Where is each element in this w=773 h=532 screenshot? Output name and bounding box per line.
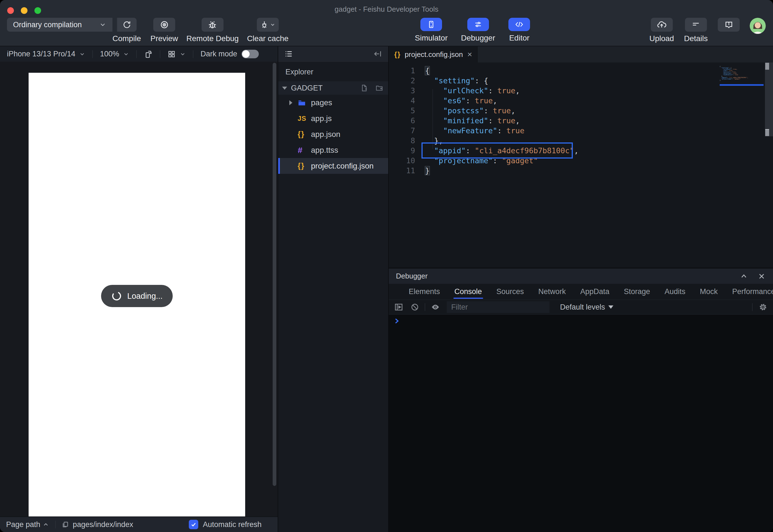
debugger-tabbar: ElementsConsoleSourcesNetworkAppDataStor… xyxy=(389,284,773,300)
line-number: 4 xyxy=(389,96,415,106)
scrollbar-thumb[interactable] xyxy=(765,63,769,70)
line-number: 10 xyxy=(389,156,415,166)
dark-mode-toggle[interactable] xyxy=(242,50,259,58)
close-tab-icon[interactable]: × xyxy=(467,50,472,59)
debugger-tab-mock[interactable]: Mock xyxy=(692,284,725,300)
rotate-device-icon[interactable] xyxy=(144,50,153,59)
debugger-tab-elements[interactable]: Elements xyxy=(401,284,447,300)
console-prompt-icon xyxy=(393,317,400,325)
line-number: 3 xyxy=(389,86,415,96)
debugger-tab-storage[interactable]: Storage xyxy=(617,284,657,300)
debugger-tab-network[interactable]: Network xyxy=(531,284,573,300)
minimap[interactable]: {"setting": {"urlCheck": true,"es6": tru… xyxy=(720,63,764,89)
simulator-scrollbar[interactable] xyxy=(273,63,276,486)
collapse-panel-icon[interactable] xyxy=(373,49,382,58)
editor-label: Editor xyxy=(509,34,529,42)
file-row-app-json[interactable]: { }app.json xyxy=(278,126,388,142)
layout-grid-select[interactable] xyxy=(167,50,186,58)
scrollbar-thumb-secondary[interactable] xyxy=(765,129,769,136)
file-list-icon[interactable] xyxy=(284,49,293,58)
simulator-button[interactable] xyxy=(420,18,442,31)
page-path-label[interactable]: Page path xyxy=(6,520,40,529)
simulator-statusbar: Page path pages/index/index Automatic re… xyxy=(0,516,278,532)
log-levels-select[interactable]: Default levels xyxy=(560,303,613,312)
debugger-button[interactable] xyxy=(467,18,489,31)
collapse-debugger-icon[interactable] xyxy=(740,272,748,280)
json-file-icon: { } xyxy=(298,130,304,139)
file-row-pages[interactable]: pages xyxy=(278,95,388,111)
main-toolbar: Ordinary compilation Compile Preview xyxy=(0,16,773,46)
code-line-text: "newFeature": true xyxy=(425,126,524,136)
details-button[interactable] xyxy=(685,18,707,32)
upload-button[interactable] xyxy=(651,18,673,32)
spinner-icon xyxy=(111,290,122,302)
debugger-panel: Debugger ElementsConsoleSourcesNetworkAp… xyxy=(389,268,773,532)
close-debugger-icon[interactable] xyxy=(757,272,766,280)
minimap-current-line xyxy=(720,84,764,86)
editor-tab[interactable]: { } project.config.json × xyxy=(389,46,478,62)
code-line-text: "urlCheck": true, xyxy=(425,86,520,96)
selection-highlight xyxy=(421,142,573,159)
compile-button[interactable] xyxy=(117,18,137,32)
debugger-tab-sources[interactable]: Sources xyxy=(489,284,531,300)
settings-gear-icon[interactable] xyxy=(759,303,767,312)
auto-refresh-checkbox[interactable] xyxy=(189,520,198,529)
debugger-tab-audits[interactable]: Audits xyxy=(657,284,692,300)
caret-down-icon xyxy=(282,87,287,90)
avatar-image xyxy=(750,18,766,34)
zoom-select[interactable]: 100% xyxy=(100,50,129,58)
debugger-tab-console[interactable]: Console xyxy=(447,284,489,300)
chevron-up-icon[interactable] xyxy=(42,521,49,528)
file-row-app-js[interactable]: JSapp.js xyxy=(278,111,388,126)
line-number: 11 xyxy=(389,166,415,176)
check-icon xyxy=(190,521,197,528)
editor-button[interactable] xyxy=(508,18,530,31)
remote-debug-button[interactable] xyxy=(202,18,224,32)
clear-cache-label: Clear cache xyxy=(247,34,288,43)
code-editor: { } project.config.json × 1{2"setting": … xyxy=(389,46,773,268)
project-root-row[interactable]: GADGET xyxy=(278,81,388,95)
compile-mode-value: Ordinary compilation xyxy=(13,21,82,29)
file-row-project-config-json[interactable]: { }project.config.json xyxy=(278,158,388,174)
editor-tabbar: { } project.config.json × xyxy=(389,46,773,62)
console-filter-input[interactable] xyxy=(447,301,549,313)
feedback-button[interactable] xyxy=(718,18,740,32)
debugger-header: Debugger xyxy=(389,268,773,284)
chevron-down-icon xyxy=(270,22,275,27)
file-name: app.json xyxy=(311,130,340,139)
code-line-text: "minified": true, xyxy=(425,116,520,126)
copy-icon[interactable] xyxy=(62,521,69,528)
cloud-upload-icon xyxy=(657,20,666,29)
user-avatar[interactable] xyxy=(750,18,766,34)
remote-debug-label: Remote Debug xyxy=(186,34,239,43)
eye-icon[interactable] xyxy=(431,302,440,312)
compile-mode-select[interactable]: Ordinary compilation xyxy=(7,18,112,32)
dark-mode-label: Dark mode xyxy=(200,50,237,58)
preview-button[interactable] xyxy=(153,18,175,32)
code-line-text: "setting": { xyxy=(425,76,488,86)
console-sidebar-icon[interactable] xyxy=(394,303,403,312)
file-name: project.config.json xyxy=(311,162,374,170)
clear-console-icon[interactable] xyxy=(410,303,419,312)
loading-text: Loading... xyxy=(127,292,162,301)
line-number: 9 xyxy=(389,146,415,156)
code-area[interactable]: 1{2"setting": {3"urlCheck": true,4"es6":… xyxy=(389,62,773,268)
console-output[interactable] xyxy=(389,315,773,532)
line-number: 2 xyxy=(389,76,415,86)
device-select[interactable]: iPhone 13/13 Pro/14 xyxy=(7,50,85,58)
json-file-icon: { } xyxy=(394,51,400,59)
editor-scrollbar[interactable] xyxy=(765,62,773,136)
triangle-down-icon xyxy=(608,305,613,309)
new-folder-icon[interactable] xyxy=(375,84,383,92)
refresh-icon xyxy=(122,20,131,29)
bug-icon xyxy=(208,20,217,29)
clear-cache-button[interactable] xyxy=(257,18,279,32)
file-row-app-ttss[interactable]: #app.ttss xyxy=(278,142,388,158)
file-name: app.js xyxy=(311,114,332,123)
debugger-tab-performance[interactable]: Performance xyxy=(725,284,773,300)
debugger-title: Debugger xyxy=(396,272,428,280)
new-file-icon[interactable] xyxy=(360,84,368,92)
code-line-text: "postcss": true, xyxy=(425,106,515,116)
debugger-tab-appdata[interactable]: AppData xyxy=(573,284,617,300)
code-line-text: { xyxy=(425,66,430,76)
